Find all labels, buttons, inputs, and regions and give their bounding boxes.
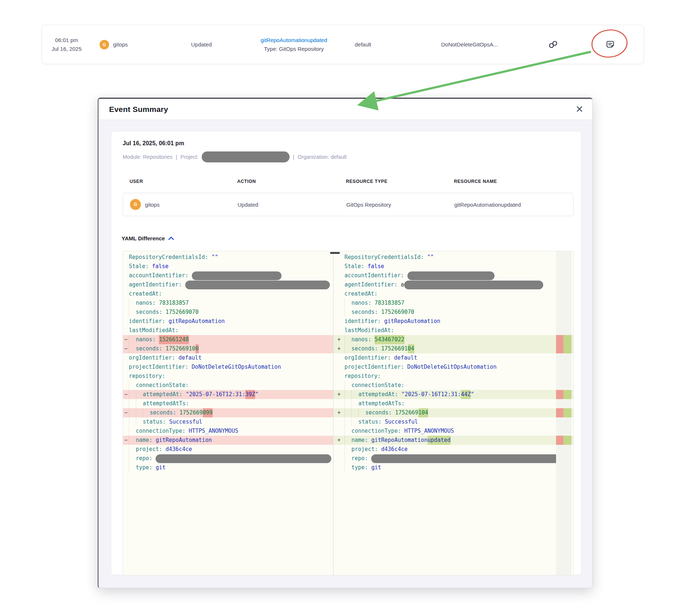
diff-change-marker[interactable] (556, 335, 571, 353)
redaction-pill (156, 454, 331, 463)
meta-separator: | (176, 154, 177, 160)
diff-line: orgIdentifier: default (333, 353, 573, 363)
diff-line: −attemptedAt: "2025-07-16T12:31:39Z" (123, 390, 333, 399)
diff-line: agentIdentifier: (123, 280, 333, 289)
audit-user-name: gitops (113, 41, 128, 48)
diff-line: connectionState: (333, 381, 573, 390)
diff-line: agentIdentifier: a (333, 280, 573, 289)
diff-line: connectionType: HTTPS_ANONYMOUS (123, 427, 333, 436)
diff-line: RepositoryCredentialsId: "" (123, 253, 333, 262)
modal-body: Jul 16, 2025, 06:01 pm Module: Repositor… (98, 120, 592, 588)
row-action: Updated (238, 193, 258, 216)
project-label: Project: (180, 154, 198, 160)
removed-marker (556, 436, 563, 445)
chevron-up-icon (168, 236, 174, 240)
diff-line: identifier: gitRepoAutomation (123, 317, 333, 326)
diff-line: connectionType: HTTPS_ANONYMOUS (333, 427, 573, 436)
modal-title: Event Summary (109, 105, 168, 114)
diff-line: createdAt: (123, 289, 333, 298)
resource-name-link[interactable]: gitRepoAutomationupdated (261, 37, 327, 43)
diff-line: connectionState: (123, 381, 333, 390)
audit-log-row: 06:01 pm Jul 16, 2025 G gitops Updated g… (42, 25, 644, 64)
diff-line: repo: (123, 454, 333, 463)
diff-change-marker[interactable] (556, 436, 571, 445)
row-resource-type: GitOps Repository (346, 193, 391, 216)
diff-line: accountIdentifier: (123, 271, 333, 280)
diff-line: nanos: 783183857 (123, 298, 333, 308)
event-timestamp: Jul 16, 2025, 06:01 pm (123, 140, 184, 147)
meta-separator: | (293, 154, 294, 160)
diff-line: identifier: gitRepoAutomation (333, 317, 573, 326)
row-user-name: gitops (145, 202, 160, 208)
diff-line: Stale: false (123, 262, 333, 271)
redaction-pill (407, 271, 495, 280)
module-label: Module: Repositories (123, 154, 172, 160)
link-icon (548, 40, 558, 49)
diff-line: +nanos: 543467022 (333, 335, 573, 344)
redaction-pill (371, 454, 560, 463)
audit-resource: gitRepoAutomationupdated Type: GitOps Re… (261, 25, 327, 64)
modal-header: Event Summary (98, 99, 592, 120)
diff-line: projectIdentifier: DoNotDeleteGitOpsAuto… (333, 363, 573, 372)
diff-line: +seconds: 1752669104 (333, 344, 573, 353)
yaml-diff-new-pane: RepositoryCredentialsId: ""Stale: falsea… (333, 251, 573, 575)
removed-marker (556, 335, 563, 353)
diff-line: −seconds: 1752669100 (123, 344, 333, 353)
resource-type-label: Type: GitOps Repository (264, 46, 324, 52)
added-marker (563, 408, 571, 417)
yaml-difference-label: YAML Difference (122, 235, 165, 241)
diff-line: project: d436c4ce (333, 445, 573, 454)
row-resource-name: gitRepoAutomationupdated (454, 193, 521, 216)
diff-line: lastModifiedAt: (123, 326, 333, 335)
diff-line: Stale: false (333, 262, 573, 271)
close-button[interactable] (575, 105, 584, 113)
diff-overview-ruler[interactable] (556, 251, 571, 575)
open-resource-link-button[interactable] (547, 25, 560, 64)
diff-line: attemptedAtTs: (123, 399, 333, 408)
audit-timestamp: 06:01 pm Jul 16, 2025 (52, 25, 82, 64)
diff-change-marker[interactable] (556, 408, 571, 417)
avatar: G (130, 199, 141, 210)
diff-divider-handle (330, 252, 340, 254)
diff-line: repo: (333, 454, 573, 463)
column-header-user: USER (130, 179, 143, 184)
diff-line: project: d436c4ce (123, 445, 333, 454)
diff-line: −nanos: 152661248 (123, 335, 333, 344)
event-table-row: G gitops Updated GitOps Repository gitRe… (123, 193, 574, 216)
note-icon (605, 40, 615, 50)
diff-line: −name: gitRepoAutomation (123, 436, 333, 445)
event-meta-line: Module: Repositories | Project: | Organi… (123, 151, 347, 163)
diff-line: repository: (123, 372, 333, 381)
column-header-resource-name: RESOURCE NAME (454, 179, 497, 184)
diff-line: +attemptedAt: "2025-07-16T12:31:44Z" (333, 390, 573, 399)
diff-line: lastModifiedAt: (333, 326, 573, 335)
added-marker (563, 335, 571, 353)
event-summary-modal: Event Summary Jul 16, 2025, 06:01 pm Mod… (98, 98, 593, 588)
diff-line: attemptedAtTs: (333, 399, 573, 408)
diff-line: nanos: 783183857 (333, 298, 573, 308)
diff-line: status: Successful (333, 417, 573, 427)
diff-line: createdAt: (333, 289, 573, 298)
diff-line: +name: gitRepoAutomationupdated (333, 436, 573, 445)
redaction-pill (202, 151, 290, 162)
column-header-resource-type: RESOURCE TYPE (346, 179, 387, 184)
diff-line: projectIdentifier: DoNotDeleteGitOpsAuto… (123, 363, 333, 372)
yaml-difference-toggle[interactable]: YAML Difference (122, 235, 174, 241)
diff-line: orgIdentifier: default (123, 353, 333, 363)
redaction-pill (192, 271, 282, 280)
organization-label: Organization: default (298, 154, 347, 160)
yaml-diff-old-pane: RepositoryCredentialsId: ""Stale: falsea… (123, 251, 333, 575)
diff-line: repository: (333, 372, 573, 381)
redaction-pill (404, 281, 543, 289)
diff-line: type: git (123, 463, 333, 472)
diff-change-marker[interactable] (556, 390, 571, 399)
audit-organization: default (355, 25, 371, 64)
removed-marker (556, 390, 563, 399)
audit-user: G gitops (100, 25, 128, 64)
diff-line: seconds: 1752669070 (123, 308, 333, 317)
diff-line: seconds: 1752669070 (333, 308, 573, 317)
event-summary-button[interactable] (604, 25, 617, 64)
column-header-action: ACTION (237, 179, 256, 184)
diff-line: type: git (333, 463, 573, 472)
removed-marker (556, 408, 563, 417)
